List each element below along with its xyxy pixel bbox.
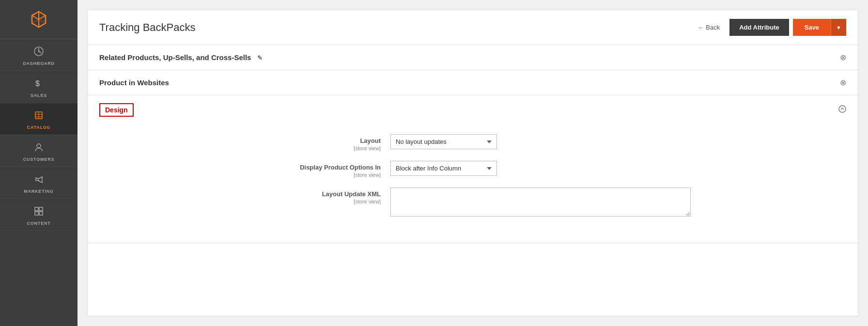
svg-rect-6 [35, 207, 38, 211]
section-title-product-websites: Product in Websites [99, 78, 169, 87]
svg-rect-9 [39, 212, 43, 215]
marketing-icon [33, 174, 44, 187]
collapse-icon-related[interactable]: ⊗ [840, 53, 846, 62]
section-body-design: Layout [store view] No layout updates Em… [88, 124, 858, 243]
xml-label-group: Layout Update XML [store view] [255, 187, 390, 204]
layout-control-group: No layout updates Empty 1 column 2 colum… [390, 134, 691, 149]
layout-label: Layout [255, 137, 381, 144]
section-product-websites: Product in Websites ⊗ [88, 70, 858, 95]
sales-icon: $ [33, 78, 44, 91]
form-row-display-options: Display Product Options In [store view] … [255, 161, 691, 178]
xml-textarea[interactable] [390, 187, 691, 217]
customers-icon [33, 142, 44, 155]
sidebar-item-dashboard-label: DASHBOARD [23, 61, 55, 66]
back-arrow-icon: ← [698, 24, 704, 31]
sidebar-item-customers[interactable]: CUSTOMERS [0, 135, 78, 167]
dashboard-icon [33, 46, 44, 59]
logo [0, 0, 78, 39]
main-area: Tracking BackPacks ← Back Add Attribute … [78, 0, 868, 326]
svg-point-10 [839, 106, 846, 112]
section-title-related-products: Related Products, Up-Sells, and Cross-Se… [99, 53, 263, 62]
page-header: Tracking BackPacks ← Back Add Attribute … [88, 10, 858, 45]
svg-rect-7 [39, 207, 43, 211]
section-title-design: Design [99, 103, 134, 117]
section-header-design[interactable]: Design [88, 95, 858, 124]
svg-point-2 [38, 51, 40, 52]
chevron-down-icon: ▼ [836, 25, 841, 31]
sidebar-item-catalog-label: CATALOG [27, 125, 51, 130]
sidebar-item-sales-label: SALES [31, 93, 47, 98]
sidebar-item-customers-label: CUSTOMERS [23, 157, 55, 162]
section-header-product-websites[interactable]: Product in Websites ⊗ [88, 70, 858, 95]
catalog-icon [33, 110, 44, 123]
sidebar-item-sales[interactable]: $ SALES [0, 71, 78, 103]
save-button-group: Save ▼ [793, 19, 846, 36]
section-related-products: Related Products, Up-Sells, and Cross-Se… [88, 45, 858, 70]
content-icon [33, 206, 44, 219]
save-dropdown-button[interactable]: ▼ [831, 19, 846, 36]
edit-icon[interactable]: ✎ [257, 54, 263, 62]
collapse-icon-design[interactable] [838, 105, 846, 115]
xml-control-group [390, 187, 691, 218]
header-actions: ← Back Add Attribute Save ▼ [692, 19, 846, 36]
add-attribute-button[interactable]: Add Attribute [729, 19, 789, 36]
display-select[interactable]: Block after Info Column Product Info Col… [390, 161, 497, 176]
save-button[interactable]: Save [793, 19, 831, 36]
xml-sublabel: [store view] [255, 199, 381, 204]
sidebar-item-dashboard[interactable]: DASHBOARD [0, 39, 78, 71]
display-sublabel: [store view] [255, 172, 381, 178]
xml-label: Layout Update XML [255, 190, 381, 198]
form-row-xml: Layout Update XML [store view] [255, 187, 691, 218]
sidebar-item-content-label: CONTENT [27, 221, 50, 226]
layout-sublabel: [store view] [255, 145, 381, 151]
section-design: Design Layout [store view] [88, 95, 858, 243]
layout-label-group: Layout [store view] [255, 134, 390, 151]
display-label-group: Display Product Options In [store view] [255, 161, 390, 178]
form-row-layout: Layout [store view] No layout updates Em… [255, 134, 691, 151]
page-title: Tracking BackPacks [99, 21, 692, 34]
svg-rect-8 [35, 212, 38, 215]
collapse-icon-websites[interactable]: ⊗ [840, 78, 846, 87]
svg-point-5 [37, 144, 41, 148]
page-card: Tracking BackPacks ← Back Add Attribute … [87, 10, 858, 316]
layout-select[interactable]: No layout updates Empty 1 column 2 colum… [390, 134, 497, 149]
display-control-group: Block after Info Column Product Info Col… [390, 161, 691, 176]
sidebar: DASHBOARD $ SALES CATALOG CUSTOME [0, 0, 78, 326]
display-label: Display Product Options In [255, 164, 381, 171]
sidebar-item-marketing-label: MARKETING [24, 189, 54, 194]
content-area: Related Products, Up-Sells, and Cross-Se… [88, 45, 858, 316]
sidebar-item-marketing[interactable]: MARKETING [0, 167, 78, 199]
sidebar-item-content[interactable]: CONTENT [0, 199, 78, 231]
sidebar-item-catalog[interactable]: CATALOG [0, 103, 78, 135]
section-header-related-products[interactable]: Related Products, Up-Sells, and Cross-Se… [88, 45, 858, 70]
back-button[interactable]: ← Back [692, 20, 726, 35]
svg-text:$: $ [35, 79, 40, 88]
